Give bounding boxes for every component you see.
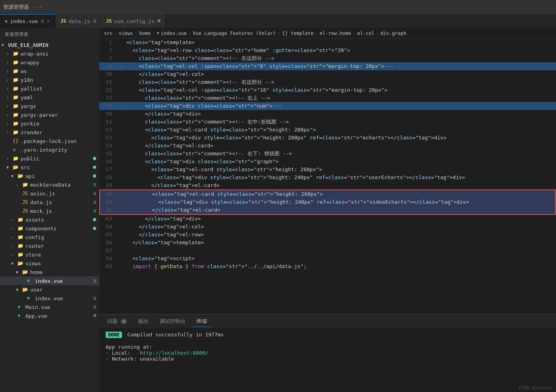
problems-badge: 1 bbox=[121, 319, 127, 324]
tab-vue-config[interactable]: JS vue.config.js M bbox=[101, 14, 166, 28]
sidebar-item-app-vue[interactable]: › ▼ App.vue M bbox=[0, 311, 99, 320]
sidebar-title: 资源管理器 bbox=[0, 28, 99, 41]
breadcrumb-src[interactable]: src bbox=[104, 31, 113, 36]
editor-scroll[interactable]: 1<class="tag">template>2 <class="tag">el… bbox=[99, 39, 556, 314]
sidebar-item-wrappy[interactable]: › 📁 wrappy bbox=[0, 58, 99, 67]
folder-icon: 📁 bbox=[13, 95, 19, 100]
code-line-68: 68 <class="tag">script> bbox=[99, 255, 556, 263]
chevron-right-icon: › bbox=[6, 130, 13, 135]
sidebar-item-router[interactable]: › 📁 router bbox=[0, 241, 99, 250]
sidebar-item-yorkie[interactable]: › 📁 yorkie bbox=[0, 119, 99, 128]
line-content: <class="tag">el-card style=class="str">"… bbox=[125, 126, 556, 134]
line-content: </class="tag">div> bbox=[125, 110, 556, 118]
sidebar-item-mock-js[interactable]: › JS mock.js U bbox=[0, 207, 99, 215]
title-bar: 资源管理器 ··· bbox=[0, 0, 556, 14]
tab-close-index-vue[interactable]: ✕ bbox=[46, 18, 50, 25]
folder-icon: 📁 bbox=[17, 243, 24, 249]
line-number: 55 bbox=[99, 150, 118, 158]
chevron-right-icon: › bbox=[6, 69, 13, 73]
breadcrumb-div-graph[interactable]: div.graph bbox=[380, 31, 406, 36]
breadcrumb-home[interactable]: home bbox=[139, 31, 151, 36]
sidebar-item-mockservedata[interactable]: › 📁 mockServeData U bbox=[0, 180, 99, 189]
line-content: <class="tag">el-card style=class="str">"… bbox=[125, 166, 556, 174]
sidebar-item-data-js[interactable]: › JS data.js U bbox=[0, 198, 99, 207]
badge-axios: U bbox=[93, 191, 99, 196]
line-number: 2 bbox=[99, 46, 118, 54]
sidebar-item-user-index-vue[interactable]: › ▼ index.vue U bbox=[0, 294, 99, 303]
sidebar-item-assets[interactable]: › 📁 assets bbox=[0, 215, 99, 224]
main-content: 资源管理器 ▼ VUE_ELE_ADMIN › 📁 wrap-ansi › 📁 … bbox=[0, 28, 556, 392]
sidebar-item-ws[interactable]: › 📁 ws bbox=[0, 67, 99, 75]
sidebar-item-views[interactable]: ▼ 📂 views bbox=[0, 259, 99, 268]
code-line-59: 59 </class="tag">el-card> bbox=[99, 182, 556, 189]
folder-icon: 📂 bbox=[17, 261, 24, 266]
sidebar-item-store[interactable]: › 📁 store bbox=[0, 250, 99, 259]
breadcrumb-index-vue[interactable]: index.vue bbox=[161, 31, 187, 36]
line-content: <class="tag">div class=class="str">"grap… bbox=[125, 158, 556, 166]
sidebar-content[interactable]: ▼ VUE_ELE_ADMIN › 📁 wrap-ansi › 📁 wrappy… bbox=[0, 41, 99, 392]
vue-icon: ▼ bbox=[27, 278, 33, 284]
code-line-64: 64 </class="tag">el-col> bbox=[99, 223, 556, 231]
folder-icon: 📁 bbox=[17, 252, 24, 257]
sidebar-item-y18n[interactable]: › 📁 y18n bbox=[0, 75, 99, 84]
sidebar-item-src[interactable]: ▼ 📂 src bbox=[0, 163, 99, 172]
breadcrumb-el-col[interactable]: el-col bbox=[357, 31, 375, 36]
line-fold[interactable]: ▶ bbox=[118, 62, 125, 70]
chevron-down-icon: ▼ bbox=[11, 174, 17, 178]
editor: 1<class="tag">template>2 <class="tag">el… bbox=[99, 39, 556, 314]
sidebar-item-config[interactable]: › 📁 config bbox=[0, 233, 99, 241]
chevron-right-icon: › bbox=[11, 244, 17, 248]
chevron-down-icon: ▼ bbox=[16, 270, 22, 274]
tab-debug-console[interactable]: 调试控制台 bbox=[155, 316, 190, 326]
sidebar-item-yallist[interactable]: › 📁 yallist bbox=[0, 84, 99, 93]
sidebar-item-yarn-integrity[interactable]: › ≡ .yarn-integrity bbox=[0, 145, 99, 154]
js-icon: JS bbox=[22, 199, 29, 205]
sidebar-item-public[interactable]: › 📁 public bbox=[0, 154, 99, 163]
breadcrumb-volar[interactable]: Vue Language Features (Volar) bbox=[193, 31, 276, 36]
title-bar-menu[interactable]: ··· bbox=[32, 4, 42, 10]
tab-problems[interactable]: 问题 1 bbox=[102, 316, 132, 326]
modified-dot bbox=[93, 157, 96, 160]
sidebar-item-user[interactable]: ▼ 📂 user bbox=[0, 285, 99, 294]
code-line-2: 2 <class="tag">el-row class=class="str">… bbox=[99, 46, 556, 54]
sidebar-item-package-lock[interactable]: › {} .package-lock.json bbox=[0, 137, 99, 145]
breadcrumb-views[interactable]: views bbox=[119, 31, 133, 36]
sidebar-item-yaml[interactable]: › 📁 yaml bbox=[0, 93, 99, 102]
sidebar-item-home[interactable]: ▼ 📂 home bbox=[0, 268, 99, 276]
terminal-network: - Network: unavailable bbox=[106, 356, 550, 362]
code-line-50: 50 </class="tag">div> bbox=[99, 110, 556, 118]
tab-index-vue[interactable]: ▼ index.vue U ✕ bbox=[0, 14, 56, 28]
tab-terminal[interactable]: 终端 bbox=[192, 316, 212, 327]
breadcrumb-template[interactable]: {} template bbox=[282, 31, 313, 36]
selected-block: 60 <class="tag">el-card style=class="str… bbox=[99, 189, 556, 215]
sidebar-root[interactable]: ▼ VUE_ELE_ADMIN bbox=[0, 41, 99, 49]
breadcrumb-el-row[interactable]: el-row.home bbox=[320, 31, 351, 36]
line-fold[interactable]: ▶ bbox=[118, 102, 125, 110]
sidebar-item-home-index-vue[interactable]: › ▼ index.vue U bbox=[0, 276, 99, 285]
js-icon: JS bbox=[22, 191, 29, 196]
local-link[interactable]: http://localhost:8080/ bbox=[140, 350, 208, 356]
sidebar-item-components[interactable]: › 📁 components bbox=[0, 224, 99, 233]
sidebar-item-wrap-ansi[interactable]: › 📁 wrap-ansi bbox=[0, 49, 99, 58]
line-number: 54 bbox=[99, 142, 118, 150]
sidebar-item-main-vue[interactable]: › ▼ Main.vue U bbox=[0, 303, 99, 311]
folder-icon: 📁 bbox=[13, 112, 19, 118]
terminal-local: - Local: http://localhost:8080/ bbox=[106, 350, 550, 356]
chevron-right-icon: › bbox=[11, 226, 17, 231]
code-line-63: 63 </class="tag">div> bbox=[99, 215, 556, 223]
sidebar-item-yargs-parser[interactable]: › 📁 yargs-parser bbox=[0, 110, 99, 119]
done-badge: DONE bbox=[106, 332, 122, 338]
folder-icon: 📁 bbox=[13, 86, 19, 91]
line-number: 30 bbox=[99, 70, 118, 78]
line-number: 33 bbox=[99, 94, 118, 102]
sidebar-item-api[interactable]: ▼ 📂 api bbox=[0, 172, 99, 180]
badge-data-js: U bbox=[93, 200, 99, 205]
sidebar-item-axios[interactable]: › JS axios.js U bbox=[0, 189, 99, 198]
tab-output[interactable]: 输出 bbox=[133, 316, 153, 326]
sidebar-item-zrender[interactable]: › 📁 zrender bbox=[0, 128, 99, 137]
tab-bar: ▼ index.vue U ✕ JS data.js U JS vue.conf… bbox=[0, 14, 556, 28]
terminal-panel: 问题 1 输出 调试控制台 终端 DONE Compiled successfu… bbox=[99, 314, 556, 392]
tab-data-js[interactable]: JS data.js U bbox=[56, 14, 101, 28]
sidebar-item-yargs[interactable]: › 📁 yargs bbox=[0, 102, 99, 110]
folder-icon: 📁 bbox=[13, 156, 19, 161]
